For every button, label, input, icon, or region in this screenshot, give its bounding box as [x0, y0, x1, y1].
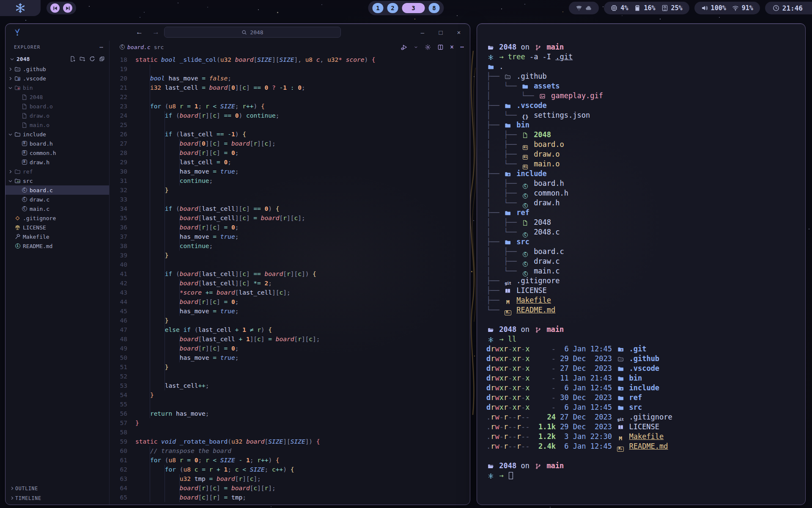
explorer-item-draw.h[interactable]: Hdraw.h: [5, 157, 109, 167]
terminal-cursor: [509, 472, 513, 479]
workspace-button-1[interactable]: 1: [373, 3, 384, 13]
h-badge-icon: H: [20, 159, 28, 166]
new-folder-icon[interactable]: [80, 56, 85, 62]
branch-icon: [534, 327, 542, 334]
line-number: 64: [110, 483, 127, 493]
breadcrumb-dir[interactable]: src: [154, 44, 164, 50]
indent-guide: [135, 465, 150, 474]
explorer-item-draw.o[interactable]: draw.o: [5, 111, 109, 120]
explorer-item-common.h[interactable]: Hcommon.h: [5, 148, 109, 157]
explorer-item-label: common.h: [30, 150, 56, 156]
explorer-item-include[interactable]: include: [5, 130, 109, 139]
close-editor-icon[interactable]: ×: [450, 44, 454, 50]
explorer-item-board.h[interactable]: Hboard.h: [5, 139, 109, 148]
code-line-50: 50has_move = true;: [110, 353, 470, 362]
system-stats[interactable]: 4% 16% 25%: [604, 2, 689, 14]
indent-guide: [165, 279, 180, 288]
explorer-item-label: LICENSE: [23, 224, 46, 231]
explorer-item-.github[interactable]: .github: [5, 64, 109, 74]
explorer-item-board.c[interactable]: Cboard.c: [5, 185, 109, 195]
disk-icon: [661, 5, 668, 11]
chevron-right-icon: [7, 169, 14, 174]
explorer-item-main.o[interactable]: main.o: [5, 120, 109, 130]
disk-usage: 25%: [671, 4, 683, 12]
indent-guide: [150, 493, 165, 502]
panel-timeline[interactable]: TIMELINE: [5, 493, 109, 503]
workspace-button-2[interactable]: 2: [387, 3, 398, 13]
panel-outline[interactable]: OUTLINE: [5, 483, 109, 493]
explorer-item-README.md[interactable]: iREADME.md: [5, 241, 109, 251]
project-root-row[interactable]: 2048: [5, 53, 109, 64]
indent-guide: [150, 204, 165, 213]
indent-guide: [135, 362, 150, 372]
branch-icon: [534, 463, 542, 470]
terminal-line-25: ├── git .gitignore: [486, 276, 798, 286]
explorer-item-draw.c[interactable]: Cdraw.c: [5, 195, 109, 204]
code-line-34: 34if (board[last_cell][c] == 0) {: [110, 204, 470, 213]
line-number: 20: [110, 74, 127, 83]
indent-guide: [150, 279, 165, 288]
network-indicators[interactable]: [569, 2, 599, 14]
indent-guide: [135, 92, 150, 102]
explorer-item-.vscode[interactable]: .vscode: [5, 74, 109, 83]
split-editor-icon[interactable]: [437, 44, 444, 50]
collapse-all-icon[interactable]: [99, 56, 105, 62]
folder-fill-icon: [616, 366, 625, 373]
code-line-52: 52: [110, 372, 470, 381]
code-line-46: 46}: [110, 316, 470, 325]
explorer-item-src[interactable]: src: [5, 176, 109, 185]
panel-label: TIMELINE: [15, 495, 41, 501]
minimize-button[interactable]: –: [419, 29, 426, 36]
explorer-item-ref[interactable]: ref: [5, 167, 109, 176]
folder-gear-icon: [616, 385, 625, 392]
refresh-icon[interactable]: [89, 56, 95, 62]
h-badge-icon: H: [20, 140, 28, 147]
nav-back-button[interactable]: ←: [136, 28, 143, 36]
media-prev-button[interactable]: [50, 3, 60, 13]
new-file-icon[interactable]: [70, 56, 76, 62]
folder-open-icon: [486, 327, 495, 334]
launcher-button[interactable]: [0, 0, 41, 16]
tab-filename[interactable]: board.c: [127, 44, 151, 50]
workspace-button-3[interactable]: 3: [402, 3, 425, 13]
explorer-item-main.c[interactable]: Cmain.c: [5, 204, 109, 213]
terminal-line-33: drwxr-xr-x - 29 Dec 2023 .github: [486, 354, 798, 364]
explorer-item-bin[interactable]: bin: [5, 83, 109, 92]
chevron-right-icon: [7, 76, 14, 81]
explorer-more-button[interactable]: ⋯: [100, 44, 103, 50]
explorer-item-board.o[interactable]: board.o: [5, 102, 109, 111]
indent-guide: [165, 474, 180, 483]
folder-open-icon: [486, 44, 495, 51]
explorer-item-label: board.c: [30, 187, 53, 193]
explorer-item-LICENSE[interactable]: LICENSE: [5, 223, 109, 232]
markdown-icon: M↓: [504, 309, 512, 316]
nav-forward-button[interactable]: →: [152, 28, 159, 36]
folder-github-icon: [14, 66, 22, 72]
command-search-box[interactable]: 2048: [164, 27, 341, 38]
gear-icon[interactable]: [425, 44, 431, 50]
code-lines[interactable]: 18static bool _slide_col(u32 board[SIZE]…: [110, 53, 470, 502]
indent-guide: [135, 260, 150, 269]
media-next-button[interactable]: [63, 3, 72, 13]
indent-guide: [150, 465, 165, 474]
run-debug-icon[interactable]: [401, 44, 407, 50]
clock-widget[interactable]: 21:46: [765, 2, 812, 14]
audio-network[interactable]: 100% 91%: [694, 2, 760, 14]
maximize-button[interactable]: □: [437, 29, 444, 36]
more-actions-icon[interactable]: ⋯: [460, 44, 464, 50]
terminal-line-37: drwxr-xr-x - 30 Dec 2023 ref: [486, 393, 798, 403]
folder-fill-icon: [616, 395, 625, 402]
chevron-down-icon: [7, 86, 14, 90]
terminal-line-30: 2048 on main: [486, 325, 798, 334]
close-button[interactable]: ×: [455, 29, 462, 36]
explorer-item-Makefile[interactable]: Makefile: [5, 232, 109, 241]
line-number: 28: [110, 148, 127, 157]
explorer-item-2048[interactable]: 2048: [5, 92, 109, 102]
code-line-44: 44board[r][c] = 0;: [110, 297, 470, 306]
terminal-body[interactable]: 2048 on main → tree -a -I .git .├── .git…: [477, 24, 805, 487]
explorer-item-.gitignore[interactable]: .gitignore: [5, 213, 109, 223]
workspace-button-8[interactable]: 8: [429, 3, 440, 13]
indent-guide: [135, 232, 150, 241]
chevron-down-icon[interactable]: [414, 44, 418, 50]
info-icon: i: [14, 243, 22, 249]
